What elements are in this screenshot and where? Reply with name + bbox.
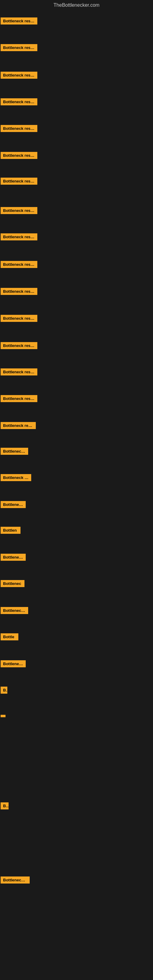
bottleneck-badge-row: Bottleneck result <box>1 233 37 242</box>
bottleneck-badge: Bottleneck r <box>1 607 28 614</box>
bottleneck-badge: Bottleneck resu <box>1 474 31 481</box>
bottleneck-badge: Bottleneck result <box>1 44 37 51</box>
bottleneck-badge: Bottleneck result <box>1 72 37 79</box>
bottleneck-badge: Bottleneck r <box>1 448 28 455</box>
bottleneck-badge: Bottleneck result <box>1 368 37 375</box>
bottleneck-badge: Bottlen <box>1 527 21 534</box>
bottleneck-badge: Bottleneck result <box>1 261 37 268</box>
bottleneck-badge: Bottleneck result <box>1 98 37 105</box>
bottleneck-badge: Bottleneck result <box>1 18 37 24</box>
bottleneck-badge-row: Bottleneck result <box>1 368 37 377</box>
bottleneck-badge: Bo <box>1 802 9 810</box>
bottleneck-badge: Bottleneck result <box>1 125 37 132</box>
bottleneck-badge-row: Bottleneck <box>1 554 26 562</box>
bottleneck-badge-row: Bottlenec <box>1 580 24 588</box>
bottleneck-badge: Bottleneck result <box>1 395 37 402</box>
bottleneck-badge: Bottleneck <box>1 554 26 561</box>
bottleneck-badge-row: Bottleneck result <box>1 207 37 215</box>
bottleneck-badge-row: Bottleneck result <box>1 72 37 80</box>
bottleneck-badge: Bottleneck result <box>1 422 36 429</box>
bottleneck-badge-row: Bottleneck re <box>1 877 30 885</box>
bottleneck-badge-row: Bottleneck result <box>1 152 37 160</box>
bottleneck-badge-row: Bottleneck result <box>1 261 37 269</box>
bottleneck-badge-row: Bottleneck result <box>1 18 37 26</box>
bottleneck-badge: Bottlenec <box>1 580 24 587</box>
site-title: TheBottlenecker.com <box>0 0 153 9</box>
bottleneck-badge: Bottle <box>1 633 18 640</box>
bottleneck-badge: Bottleneck result <box>1 178 37 185</box>
bottleneck-badge-row: Bottleneck <box>1 660 26 668</box>
bottleneck-badge-row: Bottleneck r <box>1 448 28 456</box>
bottleneck-badge: B <box>1 687 7 694</box>
bottleneck-badge: Bottleneck result <box>1 207 37 214</box>
bottleneck-badge-row <box>1 713 5 719</box>
bottleneck-badge: Bottleneck result <box>1 342 37 349</box>
bottleneck-badge-row: B <box>1 687 7 695</box>
bottleneck-badge-row: Bottleneck <box>1 501 26 509</box>
bottleneck-badge-row: Bottleneck result <box>1 315 37 323</box>
bottleneck-badge <box>1 715 5 717</box>
bottleneck-badge: Bottleneck result <box>1 233 37 240</box>
bottleneck-badge: Bottleneck re <box>1 877 30 883</box>
bottleneck-badge-row: Bottleneck result <box>1 44 37 52</box>
bottleneck-badge-row: Bottle <box>1 633 18 641</box>
bottleneck-badge-row: Bottleneck result <box>1 342 37 350</box>
bottleneck-badge: Bottleneck <box>1 660 26 667</box>
bottleneck-badge-row: Bottleneck result <box>1 98 37 107</box>
bottleneck-badge-row: Bottleneck result <box>1 125 37 133</box>
bottleneck-badge: Bottleneck <box>1 501 26 508</box>
bottleneck-badge-row: Bo <box>1 802 9 811</box>
bottleneck-badge-row: Bottleneck result <box>1 395 37 403</box>
bottleneck-badge: Bottleneck result <box>1 288 37 295</box>
bottleneck-badge-row: Bottleneck result <box>1 288 37 296</box>
bottleneck-badge: Bottleneck result <box>1 315 37 322</box>
bottleneck-badge-row: Bottlen <box>1 527 21 535</box>
bottleneck-badge-row: Bottleneck resu <box>1 474 31 482</box>
bottleneck-badge-row: Bottleneck r <box>1 607 28 615</box>
bottleneck-badge-row: Bottleneck result <box>1 422 36 430</box>
bottleneck-badge-row: Bottleneck result <box>1 178 37 186</box>
bottleneck-badge: Bottleneck result <box>1 152 37 159</box>
